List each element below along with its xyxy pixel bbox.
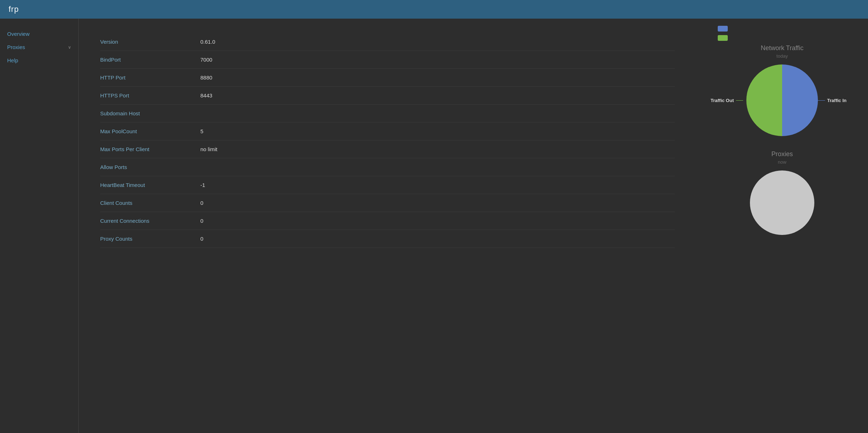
row-maxpoolcount: Max PoolCount 5 [100,122,675,140]
value-proxycounts: 0 [200,236,203,242]
row-clientcounts: Client Counts 0 [100,194,675,212]
main-layout: Overview Proxies ∨ Help Version 0.61.0 B… [0,19,868,433]
legend-color-in [718,26,728,32]
proxies-chart-subtitle: now [778,159,786,165]
legend-item-out [718,35,728,41]
row-httpsport: HTTPS Port 8443 [100,87,675,105]
sidebar-item-help[interactable]: Help [0,54,78,67]
value-httpsport: 8443 [200,92,212,98]
app-title: frp [9,5,19,14]
row-bindport: BindPort 7000 [100,51,675,69]
label-currentconnections: Current Connections [100,218,200,224]
label-clientcounts: Client Counts [100,200,200,206]
chevron-down-icon: ∨ [68,45,71,50]
sidebar-item-proxies[interactable]: Proxies ∨ [0,40,78,54]
network-traffic-title: Network Traffic [761,44,804,52]
chart-legend [707,26,728,41]
value-heartbeattimeout: -1 [200,182,205,188]
row-httpport: HTTP Port 8880 [100,69,675,87]
label-proxycounts: Proxy Counts [100,236,200,242]
sidebar: Overview Proxies ∨ Help [0,19,79,433]
network-traffic-subtitle: today [776,53,788,59]
sidebar-label-proxies: Proxies [7,44,25,50]
label-allowports: Allow Ports [100,164,200,170]
legend-item-in [718,26,728,32]
proxies-section: Proxies now [707,150,857,235]
label-httpsport: HTTPS Port [100,92,200,98]
info-panel: Version 0.61.0 BindPort 7000 HTTP Port 8… [79,19,696,433]
value-currentconnections: 0 [200,218,203,224]
label-httpport: HTTP Port [100,74,200,81]
value-bindport: 7000 [200,57,212,63]
sidebar-label-help: Help [7,57,18,63]
label-heartbeattimeout: HeartBeat Timeout [100,182,200,188]
label-maxpoolcount: Max PoolCount [100,128,200,134]
label-maxportsperclient: Max Ports Per Client [100,146,200,152]
value-clientcounts: 0 [200,200,203,206]
label-subdomainhost: Subdomain Host [100,110,200,116]
sidebar-label-overview: Overview [7,31,30,37]
proxies-circle [750,170,814,235]
label-version: Version [100,39,200,45]
app-header: frp [0,0,868,19]
row-version: Version 0.61.0 [100,33,675,51]
charts-panel: Network Traffic today Traffic Out [696,19,868,433]
proxies-chart-title: Proxies [771,150,793,158]
row-subdomainhost: Subdomain Host [100,105,675,122]
row-maxportsperclient: Max Ports Per Client no limit [100,140,675,158]
row-proxycounts: Proxy Counts 0 [100,230,675,248]
network-traffic-section: Network Traffic today Traffic Out [707,44,857,136]
value-maxportsperclient: no limit [200,146,218,152]
label-bindport: BindPort [100,57,200,63]
row-heartbeattimeout: HeartBeat Timeout -1 [100,176,675,194]
traffic-in-label: Traffic In [818,98,847,103]
pie-chart-svg [746,64,818,136]
row-currentconnections: Current Connections 0 [100,212,675,230]
main-content: Version 0.61.0 BindPort 7000 HTTP Port 8… [79,19,868,433]
sidebar-item-overview[interactable]: Overview [0,27,78,40]
row-allowports: Allow Ports [100,158,675,176]
traffic-out-label: Traffic Out [711,98,743,103]
legend-color-out [718,35,728,41]
value-maxpoolcount: 5 [200,128,203,134]
value-httpport: 8880 [200,74,212,81]
value-version: 0.61.0 [200,39,215,45]
network-traffic-chart: Traffic Out Traffic In [746,64,818,136]
